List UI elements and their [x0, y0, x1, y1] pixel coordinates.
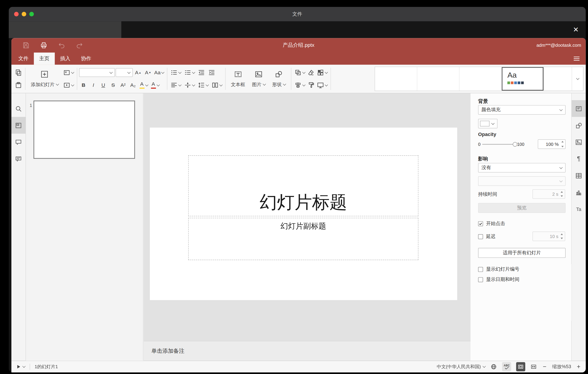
checkbox-checked[interactable]	[478, 221, 483, 226]
increase-indent-button[interactable]	[207, 67, 217, 77]
theme-tile[interactable]	[375, 67, 417, 91]
textart-settings-button[interactable]: Ta	[571, 201, 586, 217]
superscript-button[interactable]: A²	[118, 80, 127, 90]
bullets-button[interactable]	[169, 67, 182, 77]
shape-settings-button[interactable]	[571, 117, 586, 134]
insert-textbox-button[interactable]: 文本框	[227, 66, 248, 91]
font-size-select[interactable]	[116, 68, 133, 77]
tab-file[interactable]: 文件	[13, 53, 34, 65]
feedback-button[interactable]	[11, 150, 26, 167]
theme-tile[interactable]	[417, 67, 460, 91]
increase-font-size-button[interactable]: A▴	[133, 67, 143, 77]
slide-subtitle-placeholder[interactable]: 幻灯片副标题	[188, 218, 419, 260]
close-icon[interactable]: ✕	[571, 24, 581, 35]
theme-gallery-expand-button[interactable]	[572, 67, 583, 91]
spell-check-button[interactable]: ABC	[502, 362, 511, 371]
checkbox-unchecked[interactable]	[478, 277, 483, 282]
comments-button[interactable]	[11, 134, 26, 151]
slide-layout-button[interactable]	[62, 67, 75, 77]
vertical-align-button[interactable]	[183, 80, 196, 90]
tab-home[interactable]: 主页	[34, 53, 55, 65]
opacity-slider-knob[interactable]	[513, 142, 517, 146]
bold-button[interactable]: B	[79, 80, 88, 90]
theme-tile[interactable]	[460, 67, 502, 91]
search-button[interactable]	[11, 100, 26, 117]
line-spacing-button[interactable]	[197, 80, 210, 90]
delay-spinbox[interactable]: 10 s	[533, 231, 565, 241]
spinner-arrows[interactable]	[560, 141, 564, 147]
tab-insert[interactable]: 插入	[55, 53, 76, 65]
change-case-button[interactable]: Aa	[153, 67, 165, 77]
fullscreen-traffic-light[interactable]	[29, 12, 34, 16]
print-icon[interactable]	[40, 42, 48, 49]
font-name-select[interactable]	[79, 68, 115, 77]
slide-settings-button[interactable]	[571, 100, 586, 117]
document-language-button[interactable]	[490, 363, 497, 370]
transition-variant-select[interactable]	[478, 176, 566, 186]
checkbox-unchecked[interactable]	[478, 234, 483, 239]
slide-thumbnail-selected[interactable]	[33, 100, 135, 159]
columns-button[interactable]	[210, 80, 223, 90]
theme-tile-selected[interactable]: Aa	[502, 67, 544, 91]
start-on-click-checkbox[interactable]: 开始点击	[478, 220, 505, 227]
copy-style-button[interactable]	[306, 80, 316, 90]
start-slideshow-button[interactable]	[62, 80, 75, 90]
language-select[interactable]: 中文(中华人民共和国)	[437, 363, 485, 370]
zoom-in-button[interactable]: +	[576, 363, 581, 370]
preview-button[interactable]: 预览	[478, 203, 566, 213]
font-color-button[interactable]: A	[150, 80, 160, 90]
insert-shape-button[interactable]: 形状	[269, 66, 289, 91]
spinner-arrows[interactable]	[560, 191, 564, 197]
underline-button[interactable]: U	[99, 80, 108, 90]
fit-to-width-button[interactable]	[530, 363, 537, 370]
notes-area[interactable]: 单击添加备注	[143, 341, 471, 361]
show-slide-number-checkbox[interactable]: 显示幻灯片编号	[478, 266, 519, 272]
decrease-font-size-button[interactable]: A▾	[143, 67, 152, 77]
table-settings-button[interactable]	[571, 167, 586, 184]
slide-canvas[interactable]: 幻灯片标题 幻灯片副标题	[143, 93, 471, 341]
close-traffic-light[interactable]	[14, 12, 19, 16]
background-fill-select[interactable]: 颜色填充	[478, 105, 566, 115]
menu-icon[interactable]	[573, 53, 580, 65]
paragraph-settings-button[interactable]: ¶	[571, 150, 586, 167]
delay-checkbox[interactable]: 延迟	[478, 233, 495, 240]
show-date-time-checkbox[interactable]: 显示日期和时间	[478, 276, 519, 283]
tab-collaboration[interactable]: 协作	[76, 53, 97, 65]
save-icon[interactable]	[22, 42, 30, 49]
undo-icon[interactable]	[58, 42, 65, 49]
image-settings-button[interactable]	[571, 134, 586, 151]
color-scheme-button[interactable]	[315, 67, 328, 77]
duration-spinbox[interactable]: 2 s	[533, 189, 565, 199]
paste-button[interactable]	[14, 80, 23, 90]
redo-icon[interactable]	[76, 42, 83, 49]
slide[interactable]: 幻灯片标题 幻灯片副标题	[150, 128, 457, 300]
numbering-button[interactable]	[183, 67, 196, 77]
decrease-indent-button[interactable]	[197, 67, 206, 77]
copy-button[interactable]	[14, 67, 23, 77]
slides-panel-button[interactable]	[11, 117, 26, 134]
transition-effect-select[interactable]: 没有	[478, 163, 566, 173]
subscript-button[interactable]: A₂	[128, 80, 138, 90]
align-shape-button[interactable]	[293, 80, 306, 90]
slide-size-button[interactable]	[315, 80, 328, 90]
opacity-spinbox[interactable]: 100 %	[538, 139, 566, 149]
add-slide-button[interactable]: 添加幻灯片	[28, 66, 62, 91]
strikeout-button[interactable]: S	[109, 80, 118, 90]
chart-settings-button[interactable]	[571, 184, 586, 201]
spinner-arrows[interactable]	[560, 233, 564, 239]
slide-title-placeholder[interactable]: 幻灯片标题	[188, 155, 419, 216]
start-slideshow-status-button[interactable]	[16, 364, 25, 370]
minimize-traffic-light[interactable]	[22, 12, 26, 16]
zoom-out-button[interactable]: −	[542, 363, 547, 370]
clear-style-button[interactable]	[306, 67, 316, 77]
background-color-button[interactable]	[478, 119, 497, 128]
italic-button[interactable]: I	[89, 80, 98, 90]
fit-to-slide-button[interactable]	[516, 362, 525, 371]
apply-to-all-slides-button[interactable]: 适用于所有幻灯片	[478, 248, 566, 258]
arrange-shape-button[interactable]	[293, 67, 306, 77]
checkbox-unchecked[interactable]	[478, 267, 483, 272]
insert-image-button[interactable]: 图片	[249, 66, 269, 91]
horizontal-align-button[interactable]	[169, 80, 182, 90]
opacity-slider[interactable]	[482, 144, 515, 144]
highlight-color-button[interactable]: A	[138, 80, 149, 90]
